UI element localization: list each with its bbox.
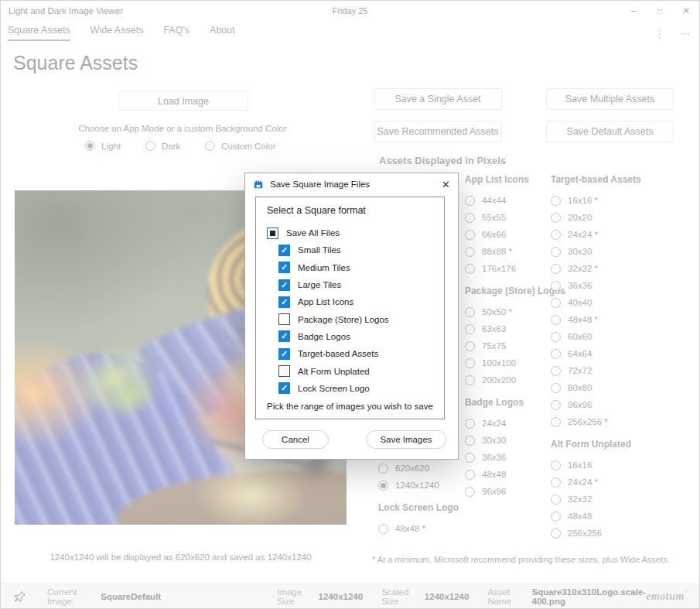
- checkbox-alt-form-unplated[interactable]: Alt Form Unplated: [278, 362, 433, 379]
- size-radio[interactable]: [551, 460, 561, 470]
- size-option[interactable]: 256x256: [551, 525, 641, 542]
- mode-option-dark[interactable]: Dark: [145, 141, 180, 151]
- pin-icon[interactable]: [13, 590, 27, 604]
- size-radio[interactable]: [551, 366, 561, 376]
- size-option[interactable]: 72x72: [551, 362, 641, 379]
- checkbox-box[interactable]: [278, 313, 290, 325]
- checkbox-box[interactable]: [278, 279, 290, 291]
- size-option[interactable]: 620x620: [378, 460, 459, 477]
- size-radio[interactable]: [551, 332, 561, 342]
- size-radio[interactable]: [551, 477, 561, 488]
- checkbox-box[interactable]: [278, 365, 290, 377]
- size-radio[interactable]: [551, 529, 561, 539]
- size-option[interactable]: 64x64: [551, 345, 641, 362]
- size-radio[interactable]: [465, 196, 475, 206]
- checkbox-medium-tiles[interactable]: Medium Tiles: [278, 259, 433, 276]
- tab-faqs[interactable]: FAQ's: [163, 25, 190, 41]
- size-option[interactable]: 24x24 *: [551, 226, 641, 243]
- checkbox-box[interactable]: [278, 330, 290, 342]
- checkbox-box[interactable]: [278, 382, 290, 394]
- checkbox-box[interactable]: [278, 262, 290, 273]
- size-option[interactable]: 96x96: [551, 396, 641, 413]
- save-single-asset-button[interactable]: Save a Single Asset: [374, 88, 502, 110]
- size-option[interactable]: 1240x1240: [378, 477, 459, 494]
- size-radio[interactable]: [551, 213, 561, 223]
- save-default-assets-button[interactable]: Save Default Assets: [546, 121, 674, 142]
- checkbox-box[interactable]: [278, 245, 290, 256]
- size-radio[interactable]: [465, 375, 475, 385]
- size-radio[interactable]: [465, 341, 475, 351]
- radio-light[interactable]: [85, 141, 95, 151]
- checkbox-box[interactable]: [278, 296, 290, 308]
- size-radio[interactable]: [465, 436, 475, 446]
- size-option[interactable]: 36x36: [551, 277, 641, 294]
- checkbox-box[interactable]: [278, 348, 290, 360]
- mode-option-custom-color[interactable]: Custom Color: [205, 141, 275, 151]
- size-option[interactable]: 32x32 *: [551, 260, 641, 277]
- size-option[interactable]: 32x32: [551, 491, 641, 508]
- size-option[interactable]: 40x40: [551, 294, 641, 311]
- radio-custom-color[interactable]: [205, 141, 215, 151]
- size-radio[interactable]: [551, 383, 561, 393]
- close-button[interactable]: ✕: [673, 1, 699, 21]
- size-radio[interactable]: [465, 358, 475, 368]
- size-option[interactable]: 60x60: [551, 328, 641, 345]
- load-image-button[interactable]: Load Image: [118, 91, 248, 111]
- more-options-icon[interactable]: ⋯: [680, 30, 690, 38]
- checkbox-lock-screen-logo[interactable]: Lock Screen Logo: [278, 380, 433, 397]
- save-recommended-assets-button[interactable]: Save Recommended Assets: [374, 121, 502, 142]
- size-radio[interactable]: [551, 281, 561, 291]
- dialog-close-icon[interactable]: ✕: [442, 180, 450, 190]
- size-radio[interactable]: [465, 247, 475, 257]
- tab-square-assets[interactable]: Square Assets: [8, 25, 70, 41]
- size-radio[interactable]: [465, 213, 475, 223]
- size-radio[interactable]: [465, 230, 475, 240]
- checkbox-badge-logos[interactable]: Badge Logos: [278, 328, 433, 345]
- checkbox-app-list-icons[interactable]: App List Icons: [278, 293, 433, 310]
- size-radio[interactable]: [378, 481, 388, 491]
- size-radio[interactable]: [551, 511, 561, 522]
- size-option[interactable]: 80x80: [551, 379, 641, 396]
- save-multiple-assets-button[interactable]: Save Multiple Assets: [546, 88, 674, 110]
- size-radio[interactable]: [465, 264, 475, 274]
- size-radio[interactable]: [551, 417, 561, 427]
- size-radio[interactable]: [551, 230, 561, 240]
- size-radio[interactable]: [551, 247, 561, 257]
- cancel-button[interactable]: Cancel: [262, 430, 329, 449]
- tab-about[interactable]: About: [210, 25, 235, 41]
- mode-option-light[interactable]: Light: [85, 141, 121, 151]
- size-radio[interactable]: [551, 196, 561, 206]
- checkbox-large-tiles[interactable]: Large Tiles: [278, 276, 433, 293]
- size-option[interactable]: 48x48 *: [551, 311, 641, 328]
- size-option[interactable]: 20x20: [551, 209, 641, 226]
- size-radio[interactable]: [551, 315, 561, 325]
- size-radio[interactable]: [465, 324, 475, 334]
- checkbox-small-tiles[interactable]: Small Tiles: [278, 241, 433, 258]
- size-radio[interactable]: [551, 264, 561, 274]
- size-radio[interactable]: [465, 470, 475, 480]
- size-option[interactable]: 256x256 *: [551, 413, 641, 430]
- radio-dark[interactable]: [145, 141, 155, 151]
- minimize-button[interactable]: –: [620, 1, 647, 21]
- checkbox-box[interactable]: [267, 228, 278, 239]
- size-radio[interactable]: [551, 349, 561, 359]
- size-radio[interactable]: [378, 464, 388, 474]
- size-option[interactable]: 30x30: [551, 243, 641, 260]
- size-option[interactable]: 16x16: [551, 457, 641, 474]
- tab-wide-assets[interactable]: Wide Assets: [90, 25, 144, 41]
- size-option[interactable]: 48x48: [551, 508, 641, 525]
- size-radio[interactable]: [551, 494, 561, 505]
- checkbox-package-store-logos[interactable]: Package (Store) Logos: [278, 310, 433, 327]
- size-radio[interactable]: [465, 487, 475, 497]
- checkbox-target-based-assets[interactable]: Target-based Assets: [278, 345, 433, 362]
- vertical-dots-icon[interactable]: ⋮: [654, 30, 664, 38]
- size-option[interactable]: 16x16 *: [551, 192, 641, 209]
- size-radio[interactable]: [465, 453, 475, 463]
- save-images-button[interactable]: Save Images: [366, 430, 446, 449]
- size-radio[interactable]: [378, 524, 388, 534]
- size-radio[interactable]: [465, 419, 475, 429]
- checkbox-save-all-files[interactable]: Save All Files: [267, 224, 433, 241]
- size-option[interactable]: 24x24 *: [551, 474, 641, 491]
- maximize-button[interactable]: □: [647, 1, 673, 21]
- size-radio[interactable]: [551, 298, 561, 308]
